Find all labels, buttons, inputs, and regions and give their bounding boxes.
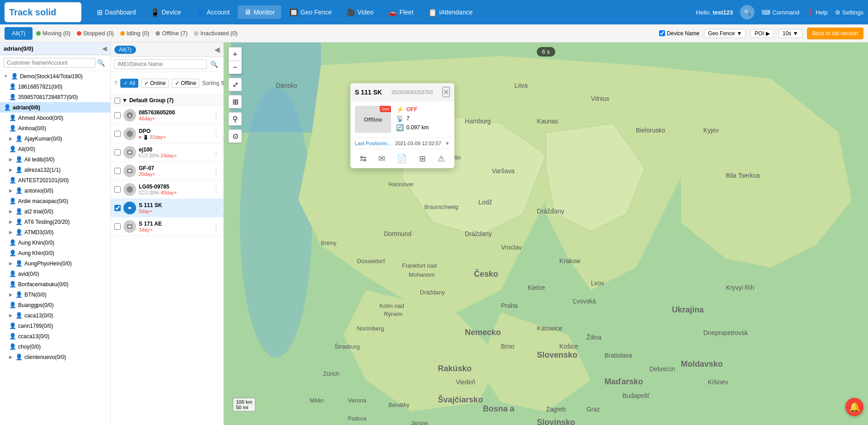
device-item[interactable]: DPO ♥ 📱 31day+ ⋮ bbox=[111, 125, 223, 143]
device-item[interactable]: LG05-09785 20% 40day+ ⋮ bbox=[111, 180, 223, 199]
popup-position-row[interactable]: Last Positionin... 2021-03-09 12:02:57 ▼ bbox=[350, 137, 454, 149]
nav-item-monitor[interactable]: 🖥 Monitor bbox=[238, 5, 281, 19]
device-more-3[interactable]: ⋮ bbox=[212, 167, 220, 175]
collapse-icon[interactable]: ◀ bbox=[102, 45, 107, 52]
nav-item-account[interactable]: 👤 Account bbox=[189, 5, 236, 19]
popup-message-button[interactable]: ✉ bbox=[377, 153, 387, 165]
help-link[interactable]: ❓ Help bbox=[807, 9, 828, 16]
tree-item-ccaca13[interactable]: 👤 ccaca13(0/0) bbox=[0, 331, 110, 341]
tree-item-2[interactable]: 👤 35985708172848T7(0/0) bbox=[0, 92, 110, 102]
popup-share-button[interactable]: ⇆ bbox=[358, 153, 368, 165]
zoom-in-button[interactable]: + bbox=[228, 47, 242, 61]
sort-button[interactable]: Sorting ⇅ bbox=[202, 80, 225, 86]
tree-item-cann1799[interactable]: 👤 cann1799(0/0) bbox=[0, 321, 110, 331]
filter-online-button[interactable]: ✓ Online bbox=[141, 79, 169, 88]
tree-item-adrian[interactable]: 👤 adrian(0/0) bbox=[0, 102, 110, 113]
map-tool-button[interactable]: ⚲ bbox=[228, 112, 242, 126]
device-more-1[interactable]: ⋮ bbox=[212, 130, 220, 138]
nav-item-iattendance[interactable]: 📋 iAttendance bbox=[422, 5, 479, 19]
device-more-0[interactable]: ⋮ bbox=[212, 111, 220, 120]
settings-link[interactable]: ⚙ Settings bbox=[835, 9, 863, 16]
customer-search-button[interactable]: 🔍 bbox=[95, 58, 107, 67]
tree-item-at6[interactable]: ▶ 👤 AT6 Testing(20/20) bbox=[0, 217, 110, 227]
popup-grid-button[interactable]: ⊞ bbox=[417, 153, 428, 165]
device-more-4[interactable]: ⋮ bbox=[212, 185, 220, 194]
popup-alert-button[interactable]: ⚠ bbox=[436, 153, 447, 165]
tree-item-alireza[interactable]: ▶ 👤 alireza132(1/1) bbox=[0, 165, 110, 175]
tree-item-aliledib[interactable]: ▶ 👤 Ali ledib(0/0) bbox=[0, 154, 110, 165]
device-checkbox-1[interactable] bbox=[114, 131, 121, 137]
tree-item-ali[interactable]: 👤 Ali(0/0) bbox=[0, 144, 110, 154]
tree-item-clientenuevo[interactable]: ▶ 👤 clientenuevo(0/0) bbox=[0, 352, 110, 362]
tree-item-buanggps[interactable]: 👤 Buanggps(0/0) bbox=[0, 300, 110, 310]
tree-item-demo[interactable]: ▼ 👤 Demo(Stock144/Total190) bbox=[0, 71, 110, 81]
cluster-button[interactable]: ⊙ bbox=[228, 129, 242, 143]
filter-all-button[interactable]: ✓ All bbox=[120, 79, 138, 88]
popup-info-button[interactable]: 📄 bbox=[395, 153, 409, 165]
tree-item-aungphyo[interactable]: ▶ 👤 AungPhyoHein(0/0) bbox=[0, 258, 110, 269]
device-checkbox-3[interactable] bbox=[114, 168, 121, 174]
zoom-out-button[interactable]: − bbox=[228, 61, 242, 74]
layers-button[interactable]: ⊞ bbox=[228, 95, 242, 109]
expand-group-icon[interactable]: ▼ bbox=[122, 97, 127, 104]
device-search-input[interactable] bbox=[114, 59, 207, 69]
customer-search-input[interactable] bbox=[4, 58, 95, 68]
device-checkbox-0[interactable] bbox=[114, 112, 121, 118]
device-checkbox-4[interactable] bbox=[114, 186, 121, 193]
tree-item-bonface[interactable]: 👤 Bonfacemabuku(0/0) bbox=[0, 279, 110, 289]
device-item-s111sk[interactable]: S 111 SK 5day+ ⋮ bbox=[111, 199, 223, 217]
device-search-button[interactable]: 🔍 bbox=[208, 60, 220, 69]
command-link[interactable]: ⌨ Command bbox=[762, 9, 799, 16]
device-checkbox-2[interactable] bbox=[114, 149, 121, 156]
tree-item-ardie[interactable]: 👤 Ardie macaspac(0/0) bbox=[0, 196, 110, 206]
device-item[interactable]: GF-07 20day+ ⋮ bbox=[111, 162, 223, 180]
tree-item-1[interactable]: 👤 18616857821(0/0) bbox=[0, 81, 110, 92]
svg-text:Dnepropetrovsk: Dnepropetrovsk bbox=[703, 329, 748, 336]
group-select-all-checkbox[interactable] bbox=[114, 98, 120, 104]
device-checkbox-6[interactable] bbox=[114, 223, 121, 230]
tree-item-aungkhin2[interactable]: 👤 Aung Khin(0/0) bbox=[0, 248, 110, 258]
collapse-middle-icon[interactable]: ◀ bbox=[214, 45, 220, 54]
device-name-3: GF-07 bbox=[139, 165, 210, 171]
tree-item-choy[interactable]: 👤 choy(0/0) bbox=[0, 341, 110, 352]
search-button[interactable]: 🔍 bbox=[740, 5, 755, 19]
device-more-5[interactable]: ⋮ bbox=[212, 204, 220, 212]
device-more-6[interactable]: ⋮ bbox=[212, 222, 220, 231]
tree-item-btn[interactable]: ▶ 👤 BTN(0/0) bbox=[0, 289, 110, 300]
device-item[interactable]: S 171 AE 3day+ ⋮ bbox=[111, 217, 223, 236]
tree-item-avid[interactable]: 👤 avid(0/0) bbox=[0, 269, 110, 279]
checkbox-all-icon: ✓ bbox=[123, 80, 128, 86]
device-name-checkbox-label[interactable]: Device Name bbox=[659, 30, 699, 37]
nav-item-geofence[interactable]: 🔲 Geo Fence bbox=[283, 5, 338, 19]
device-item[interactable]: ej100 20% 24day+ ⋮ bbox=[111, 143, 223, 162]
device-name-checkbox[interactable] bbox=[659, 30, 665, 36]
tree-item-caca13[interactable]: ▶ 👤 caca13(0/0) bbox=[0, 310, 110, 321]
tree-item-ajay[interactable]: ▶ 👤 AjayKumar(0/0) bbox=[0, 133, 110, 144]
nav-item-fleet[interactable]: 🚗 Fleet bbox=[382, 5, 420, 19]
tree-item-ainhoa[interactable]: 👤 Ainhoa(0/0) bbox=[0, 123, 110, 133]
device-checkbox-5[interactable] bbox=[114, 205, 121, 211]
device-more-2[interactable]: ⋮ bbox=[212, 148, 220, 157]
interval-button[interactable]: 10s ▼ bbox=[778, 29, 802, 38]
back-old-version-button[interactable]: Back to old version bbox=[807, 28, 863, 39]
nav-item-video[interactable]: 🎥 Video bbox=[340, 5, 380, 19]
geo-fence-button[interactable]: Geo Fence ▼ bbox=[704, 29, 746, 38]
group-icon: 👤 bbox=[11, 73, 18, 80]
tree-item-atmd3[interactable]: ▶ 👤 ATMD3(0/0) bbox=[0, 227, 110, 237]
popup-position-time: 2021-03-09 12:02:57 bbox=[395, 141, 441, 146]
all-button[interactable]: All(7) bbox=[5, 27, 33, 40]
filter-offline-button[interactable]: ✓ Offline bbox=[172, 79, 199, 88]
tree-item-antest[interactable]: 👤 ANTEST202101(0/0) bbox=[0, 175, 110, 185]
tree-item-at2[interactable]: ▶ 👤 at2 trial(0/0) bbox=[0, 206, 110, 217]
poi-button[interactable]: POI ▶ bbox=[750, 29, 774, 38]
fullscreen-button[interactable]: ⤢ bbox=[228, 78, 242, 91]
tree-item-ahmed[interactable]: 👤 Ahmed Abood(0/0) bbox=[0, 113, 110, 123]
tree-item-antonio[interactable]: ▶ 👤 antonio(0/0) bbox=[0, 185, 110, 196]
nav-item-device[interactable]: 📱 Device bbox=[144, 5, 188, 19]
device-item[interactable]: ● 085763605200 46day+ ⋮ bbox=[111, 106, 223, 125]
tree-item-aungkhin1[interactable]: 👤 Aung Khin(0/0) bbox=[0, 237, 110, 248]
svg-text:Dráždany: Dráždany bbox=[420, 289, 445, 296]
notification-fab[interactable]: 🔔 bbox=[845, 398, 863, 416]
popup-close-button[interactable]: ✕ bbox=[442, 87, 450, 97]
nav-item-dashboard[interactable]: ⊞ Dashboard bbox=[90, 5, 142, 19]
